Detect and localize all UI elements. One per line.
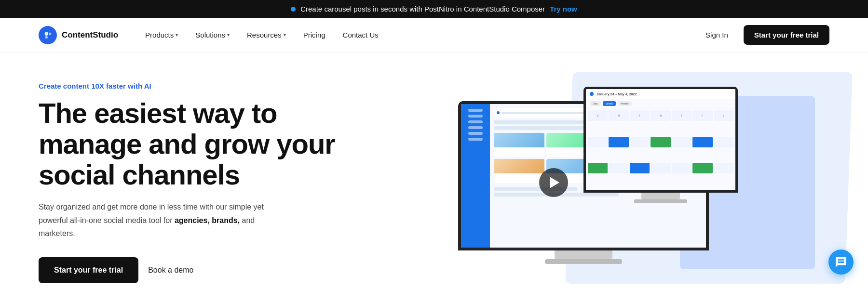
nav-contact[interactable]: Contact Us bbox=[335, 27, 386, 43]
sec-nav-tabs: Day Week Month bbox=[586, 99, 735, 108]
play-icon bbox=[550, 177, 559, 188]
banner-text: Create carousel posts in seconds with Po… bbox=[300, 5, 545, 13]
svg-point-0 bbox=[45, 32, 48, 35]
monitor-base-main bbox=[555, 250, 612, 259]
svg-point-2 bbox=[45, 36, 48, 39]
hero-title: The easiest way to manage and grow your … bbox=[39, 98, 338, 190]
top-banner: Create carousel posts in seconds with Po… bbox=[0, 0, 868, 18]
nav-solutions[interactable]: Solutions ▾ bbox=[188, 27, 237, 43]
monitor-container: January 24 – May 4, 2022 Day Week Month … bbox=[458, 101, 709, 264]
logo[interactable]: ContentStudio bbox=[39, 26, 118, 44]
navbar-cta-button[interactable]: Start your free trial bbox=[744, 25, 829, 45]
screen-sidebar bbox=[461, 104, 490, 248]
sec-calendar: S M T W T F S bbox=[586, 108, 735, 190]
nav-pricing[interactable]: Pricing bbox=[296, 27, 333, 43]
banner-link[interactable]: Try now bbox=[550, 5, 577, 13]
sec-screen-content: January 24 – May 4, 2022 Day Week Month … bbox=[586, 89, 735, 190]
logo-text: ContentStudio bbox=[62, 30, 118, 40]
play-button[interactable] bbox=[539, 168, 568, 197]
secondary-screen: January 24 – May 4, 2022 Day Week Month … bbox=[583, 87, 738, 193]
monitor-foot-sec bbox=[634, 199, 687, 203]
nav-resources[interactable]: Resources ▾ bbox=[239, 27, 294, 43]
sign-in-button[interactable]: Sign In bbox=[698, 27, 736, 43]
hero-buttons: Start your free trial Book a demo bbox=[39, 257, 338, 283]
hero-section: Create content 10X faster with AI The ea… bbox=[0, 53, 868, 289]
hero-content: Create content 10X faster with AI The ea… bbox=[39, 82, 338, 283]
navbar: ContentStudio Products ▾ Solutions ▾ Res… bbox=[0, 18, 868, 53]
chat-icon bbox=[835, 256, 847, 268]
monitor-foot-main bbox=[545, 259, 622, 264]
resources-chevron-icon: ▾ bbox=[284, 32, 286, 38]
solutions-chevron-icon: ▾ bbox=[227, 32, 230, 38]
hero-cta-button[interactable]: Start your free trial bbox=[39, 257, 138, 283]
hero-description: Stay organized and get more done in less… bbox=[39, 200, 280, 240]
svg-point-1 bbox=[49, 32, 52, 35]
products-chevron-icon: ▾ bbox=[176, 32, 178, 38]
chat-bubble-button[interactable] bbox=[828, 250, 854, 275]
banner-dot bbox=[291, 7, 296, 12]
hero-image-area: January 24 – May 4, 2022 Day Week Month … bbox=[338, 81, 829, 284]
nav-links: Products ▾ Solutions ▾ Resources ▾ Prici… bbox=[137, 27, 698, 43]
logo-icon bbox=[39, 26, 57, 44]
hero-demo-link[interactable]: Book a demo bbox=[148, 266, 193, 275]
monitor-secondary: January 24 – May 4, 2022 Day Week Month … bbox=[583, 87, 738, 203]
hero-tag: Create content 10X faster with AI bbox=[39, 82, 338, 90]
sec-header: January 24 – May 4, 2022 bbox=[586, 89, 735, 99]
nav-right: Sign In Start your free trial bbox=[698, 25, 829, 45]
nav-products[interactable]: Products ▾ bbox=[137, 27, 186, 43]
monitor-base-sec bbox=[641, 193, 680, 199]
